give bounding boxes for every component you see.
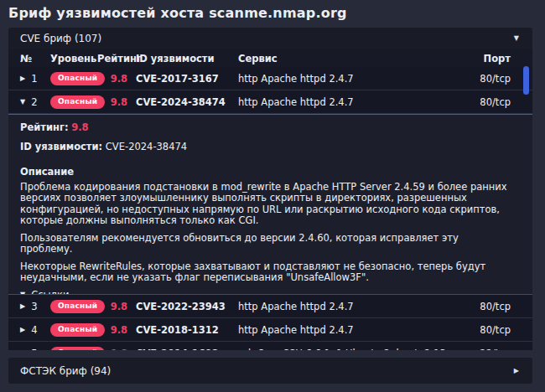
rating-value: 9.8 (97, 324, 136, 336)
expand-icon[interactable]: ▶ (20, 327, 25, 333)
chevron-right-icon[interactable]: ▶ (514, 368, 519, 374)
detail-id-label: ID уязвимости: (20, 141, 102, 152)
service-name: ssh OpenSSH 6.6.1p1 Ubuntu 2ubuntu2.13 (238, 348, 459, 351)
port-value: 80/tcp (459, 301, 511, 312)
detail-id: ID уязвимости: CVE-2024-38474 (20, 142, 511, 153)
cve-brief-label: CVE бриф (107) (20, 33, 101, 44)
detail-id-value: CVE-2024-38474 (106, 141, 187, 152)
table-row-2-expanded[interactable]: ▼ 2 Опасный 9.8 CVE-2024-38474 http Apac… (8, 90, 532, 114)
page-title: Бриф уязвимостей хоста scanme.nmap.org (8, 5, 347, 21)
expand-icon[interactable]: ▶ (20, 75, 25, 82)
row-number: 2 (31, 96, 37, 108)
description-paragraph: Проблема кодирования подстановки в mod_r… (20, 182, 511, 227)
detail-rating-label: Рейтинг: (20, 121, 69, 133)
row-number: 4 (31, 324, 37, 336)
description-heading: Описание (20, 167, 511, 178)
vulnerability-id: CVE-2014-1692 (136, 348, 238, 351)
table-row-1[interactable]: ▶ 1 Опасный 9.8 CVE-2017-3167 http Apach… (8, 67, 532, 90)
vulnerability-id: CVE-2022-23943 (136, 301, 238, 312)
fstec-brief-section-header[interactable]: ФСТЭК бриф (94) ▶ (8, 358, 532, 384)
port-value: 22/tcp (459, 348, 511, 351)
service-name: http Apache httpd 2.4.7 (238, 324, 459, 336)
vulnerability-id: CVE-2017-3167 (136, 73, 238, 85)
chevron-down-icon[interactable]: ▼ (514, 35, 519, 42)
column-header-port: Порт (459, 53, 511, 64)
port-value: 80/tcp (459, 96, 511, 108)
column-header-id: ID уязвимости (136, 53, 238, 64)
rating-value: 9.8 (97, 301, 136, 312)
cve-table: № Уровень Рейтинг ID уязвимости Сервис П… (8, 49, 532, 350)
cve-brief-section-header[interactable]: CVE бриф (107) ▼ (8, 28, 532, 49)
row-number: 1 (31, 73, 37, 85)
rating-value: 9.8 (97, 96, 136, 108)
rating-value: 9.8 (97, 348, 136, 351)
port-value: 80/tcp (459, 73, 511, 85)
description-paragraph: Пользователям рекомендуется обновиться д… (20, 233, 511, 255)
fstec-brief-label: ФСТЭК бриф (94) (20, 365, 111, 377)
column-header-service: Сервис (238, 53, 459, 64)
column-header-num: № (20, 53, 50, 64)
description-paragraph: Некоторые RewriteRules, которые захватыв… (20, 261, 511, 284)
column-header-rating: Рейтинг (97, 53, 136, 64)
scrollbar[interactable] (523, 49, 530, 350)
scrollbar-thumb[interactable] (523, 66, 529, 95)
row-number: 5 (31, 348, 37, 351)
service-name: http Apache httpd 2.4.7 (238, 96, 459, 108)
table-header-row: № Уровень Рейтинг ID уязвимости Сервис П… (8, 49, 532, 67)
table-row-5-clipped[interactable]: ▶ 5 Опасный 9.8 CVE-2014-1692 ssh OpenSS… (8, 342, 532, 350)
vulnerability-id: CVE-2018-1312 (136, 324, 238, 336)
service-name: http Apache httpd 2.4.7 (238, 301, 459, 312)
column-header-level: Уровень (50, 53, 97, 64)
service-name: http Apache httpd 2.4.7 (238, 73, 459, 85)
port-value: 80/tcp (459, 324, 511, 336)
expand-icon[interactable]: ▶ (20, 350, 25, 351)
row-number: 3 (31, 301, 37, 312)
detail-rating-value: 9.8 (71, 121, 88, 133)
vulnerability-brief-page: Бриф уязвимостей хоста scanme.nmap.org C… (0, 0, 545, 392)
detail-rating: Рейтинг: 9.8 (20, 122, 511, 134)
collapse-icon[interactable]: ▼ (20, 99, 25, 106)
table-row-4[interactable]: ▶ 4 Опасный 9.8 CVE-2018-1312 http Apach… (8, 318, 532, 342)
expand-icon[interactable]: ▶ (20, 303, 25, 310)
table-row-3[interactable]: ▶ 3 Опасный 9.8 CVE-2022-23943 http Apac… (8, 295, 532, 318)
vulnerability-detail-panel: Рейтинг: 9.8 ID уязвимости: CVE-2024-384… (8, 114, 532, 295)
vulnerability-id: CVE-2024-38474 (136, 96, 238, 108)
rating-value: 9.8 (97, 73, 136, 85)
